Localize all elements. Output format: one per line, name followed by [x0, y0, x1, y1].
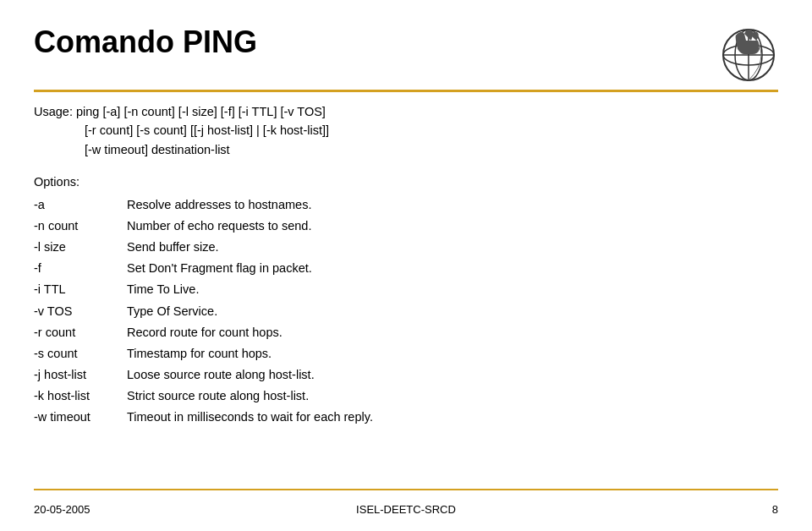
options-row: -r countRecord route for count hops.	[34, 322, 778, 343]
footer-date: 20-05-2005	[34, 503, 282, 516]
option-desc: Set Don't Fragment flag in packet.	[127, 258, 778, 279]
option-flag: -s count	[34, 343, 127, 364]
option-flag: -a	[34, 194, 127, 216]
usage-line-1: Usage: ping [-a] [-n count] [-l size] [-…	[34, 102, 778, 121]
options-row: -w timeoutTimeout in milliseconds to wai…	[34, 407, 778, 428]
option-desc: Strict source route along host-list.	[127, 386, 778, 407]
header-section: Comando PING	[34, 25, 778, 85]
option-flag: -f	[34, 258, 127, 279]
option-desc: Record route for count hops.	[127, 322, 778, 343]
options-row: -i TTLTime To Live.	[34, 279, 778, 300]
options-row: -l sizeSend buffer size.	[34, 237, 778, 258]
option-flag: -i TTL	[34, 279, 127, 300]
option-desc: Number of echo requests to send.	[127, 216, 778, 237]
options-row: -n countNumber of echo requests to send.	[34, 216, 778, 237]
option-flag: -r count	[34, 322, 127, 343]
options-row: -j host-listLoose source route along hos…	[34, 364, 778, 386]
options-row: -fSet Don't Fragment flag in packet.	[34, 258, 778, 279]
footer-divider	[34, 489, 778, 490]
option-desc: Time To Live.	[127, 279, 778, 300]
option-flag: -k host-list	[34, 386, 127, 407]
option-flag: -w timeout	[34, 407, 127, 428]
option-flag: -v TOS	[34, 301, 127, 322]
option-flag: -j host-list	[34, 364, 127, 386]
page-title: Comando PING	[34, 25, 257, 59]
option-desc: Timestamp for count hops.	[127, 343, 778, 364]
options-row: -v TOSType Of Service.	[34, 301, 778, 322]
option-desc: Resolve addresses to hostnames.	[127, 194, 778, 216]
top-divider	[34, 90, 778, 92]
footer-center: ISEL-DEETC-SRCD	[282, 503, 529, 516]
options-table: -aResolve addresses to hostnames.-n coun…	[34, 194, 778, 429]
option-desc: Loose source route along host-list.	[127, 364, 778, 386]
footer-page: 8	[530, 503, 778, 516]
options-row: -aResolve addresses to hostnames.	[34, 194, 778, 216]
usage-line-3: [-w timeout] destination-list	[34, 140, 778, 159]
options-row: -s countTimestamp for count hops.	[34, 343, 778, 364]
option-flag: -n count	[34, 216, 127, 237]
usage-section: Usage: ping [-a] [-n count] [-l size] [-…	[34, 102, 778, 159]
footer: 20-05-2005 ISEL-DEETC-SRCD 8	[34, 503, 778, 516]
option-desc: Timeout in milliseconds to wait for each…	[127, 407, 778, 428]
option-flag: -l size	[34, 237, 127, 258]
page-container: Comando PING Usage: ping [-a] [-n count]…	[0, 0, 812, 531]
option-desc: Type Of Service.	[127, 301, 778, 322]
option-desc: Send buffer size.	[127, 237, 778, 258]
logo-icon	[719, 25, 778, 85]
options-label: Options:	[34, 172, 778, 192]
usage-line-2: [-r count] [-s count] [[-j host-list] | …	[34, 121, 778, 140]
options-section: Options: -aResolve addresses to hostname…	[34, 172, 778, 428]
options-row: -k host-listStrict source route along ho…	[34, 386, 778, 407]
